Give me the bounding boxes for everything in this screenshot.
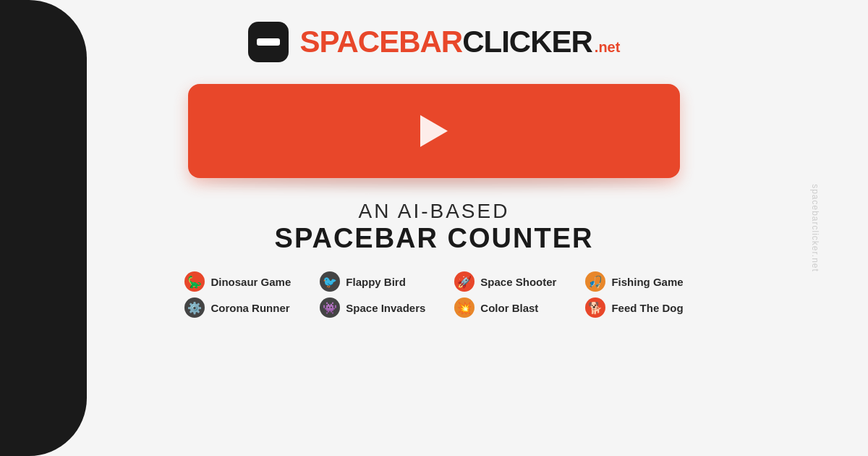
game-label-dinosaur-game: Dinosaur Game [210, 276, 291, 288]
play-button[interactable] [420, 115, 448, 147]
game-item-space-invaders[interactable]: 👾Space Invaders [320, 297, 425, 318]
game-icon-space-invaders: 👾 [320, 297, 340, 318]
tagline-section: AN AI-BASED SPACEBAR COUNTER [275, 200, 594, 254]
game-icon-dinosaur-game: 🦕 [184, 271, 205, 292]
game-label-flappy-bird: Flappy Bird [346, 276, 406, 288]
game-icon-corona-runner: ⚙️ [184, 297, 205, 318]
game-item-dinosaur-game[interactable]: 🦕Dinosaur Game [184, 271, 291, 292]
page-container: spacebarclicker.net SPACEBAR CLICKER .ne… [0, 0, 868, 456]
tagline-line2: SPACEBAR COUNTER [275, 223, 594, 254]
logo-suffix: .net [595, 39, 621, 56]
game-item-fishing-game[interactable]: 🎣Fishing Game [585, 271, 683, 292]
game-label-color-blast: Color Blast [480, 302, 538, 314]
game-icon-fishing-game: 🎣 [585, 271, 605, 292]
logo-icon [248, 22, 289, 62]
game-item-feed-the-dog[interactable]: 🐕Feed The Dog [585, 297, 683, 318]
game-item-corona-runner[interactable]: ⚙️Corona Runner [184, 297, 291, 318]
game-item-space-shooter[interactable]: 🚀Space Shooter [454, 271, 556, 292]
logo-text: SPACEBAR CLICKER .net [300, 25, 621, 59]
game-item-flappy-bird[interactable]: 🐦Flappy Bird [320, 271, 425, 292]
game-item-color-blast[interactable]: 💥Color Blast [454, 297, 556, 318]
logo-spacebar: SPACEBAR [300, 25, 463, 59]
tagline-line1: AN AI-BASED [275, 200, 594, 223]
game-label-fishing-game: Fishing Game [611, 276, 683, 288]
game-icon-flappy-bird: 🐦 [320, 271, 340, 292]
game-label-corona-runner: Corona Runner [210, 302, 289, 314]
spacebar-key-icon [257, 38, 280, 46]
video-area[interactable] [188, 84, 680, 178]
video-shadow [203, 172, 665, 187]
logo-section: SPACEBAR CLICKER .net [248, 22, 621, 62]
game-icon-feed-the-dog: 🐕 [585, 297, 605, 318]
games-grid: 🦕Dinosaur Game🐦Flappy Bird🚀Space Shooter… [184, 271, 683, 318]
game-label-space-shooter: Space Shooter [480, 276, 556, 288]
logo-clicker: CLICKER [462, 25, 592, 59]
game-label-space-invaders: Space Invaders [346, 302, 425, 314]
game-icon-color-blast: 💥 [454, 297, 475, 318]
main-content: SPACEBAR CLICKER .net AN AI-BASED SPACEB… [0, 22, 868, 318]
game-icon-space-shooter: 🚀 [454, 271, 475, 292]
game-label-feed-the-dog: Feed The Dog [611, 302, 683, 314]
